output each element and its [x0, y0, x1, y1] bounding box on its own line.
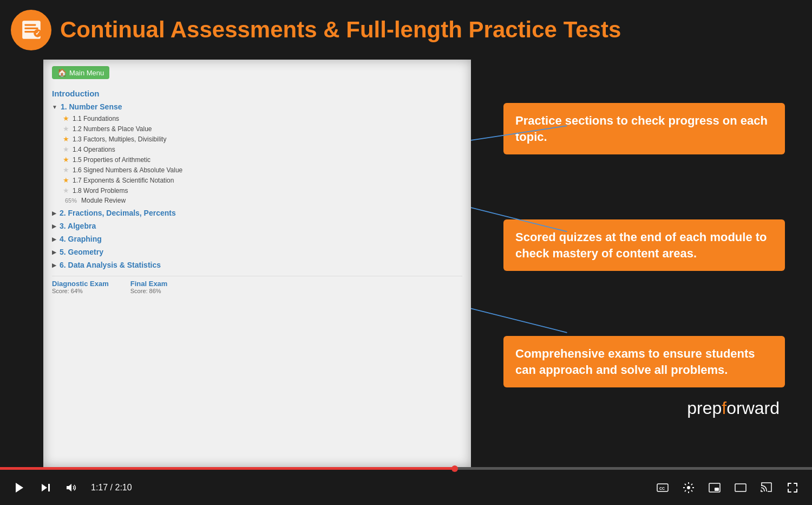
header-icon: ✓ [11, 10, 51, 50]
svg-marker-12 [67, 484, 71, 491]
star-grey-icon: ★ [63, 145, 69, 153]
list-item[interactable]: ★ 1.5 Properties of Arithmetic [63, 154, 462, 165]
callout-box-3: Comprehensive exams to ensure students c… [503, 336, 785, 387]
page-title: Continual Assessments & Full-length Prac… [60, 17, 621, 43]
screenshot-inner: 🏠 Main Menu Introduction ▼ 1. Number Sen… [43, 60, 471, 467]
expand-arrow: ▼ [52, 104, 57, 110]
assessment-icon: ✓ [20, 18, 43, 41]
list-item[interactable]: ★ 1.8 Word Problems [63, 185, 462, 196]
fullscreen-button[interactable] [784, 479, 801, 496]
svg-rect-18 [735, 484, 746, 491]
svg-marker-10 [42, 484, 47, 491]
diagnostic-exam[interactable]: Diagnostic Exam Score: 64% [52, 280, 109, 294]
main-menu-button[interactable]: 🏠 Main Menu [52, 66, 109, 79]
module4[interactable]: ▶ 4. Graphing [52, 232, 462, 245]
sub-item-label: 1.4 Operations [73, 146, 115, 153]
bottom-right: Comprehensive exams to ensure students c… [503, 336, 796, 424]
callout-box-1: Practice sections to check progress on e… [503, 103, 785, 154]
miniplayer-icon [708, 481, 721, 494]
sub-item-label: 1.2 Numbers & Place Value [73, 125, 152, 133]
sub-item-label: 1.8 Word Problems [73, 187, 128, 195]
home-icon: 🏠 [57, 68, 67, 77]
star-grey-icon: ★ [63, 166, 69, 174]
brand-highlight: f [722, 398, 726, 418]
play-button[interactable] [11, 479, 28, 496]
sub-item-label: 1.5 Properties of Arithmetic [73, 156, 150, 164]
callout-box-2: Scored quizzes at the end of each module… [503, 219, 785, 271]
volume-button[interactable] [63, 479, 80, 496]
expand-arrow: ▶ [52, 249, 56, 255]
expand-arrow: ▶ [52, 210, 56, 216]
svg-rect-2 [24, 28, 38, 29]
sub-item-label: 1.1 Foundations [73, 115, 119, 122]
exams-row: Diagnostic Exam Score: 64% Final Exam Sc… [52, 276, 462, 294]
svg-point-15 [687, 486, 690, 489]
theater-icon [734, 481, 747, 494]
star-icon: ★ [63, 114, 69, 122]
callout-text-1: Practice sections to check progress on e… [515, 113, 773, 145]
final-score: Score: 86% [130, 288, 168, 294]
list-item[interactable]: ★ 1.3 Factors, Multiples, Divisibility [63, 134, 462, 144]
skip-icon [39, 481, 52, 494]
module3[interactable]: ▶ 3. Algebra [52, 219, 462, 232]
brand-prefix: prep [687, 398, 722, 418]
review-label: Module Review [81, 197, 126, 204]
callout-text-3: Comprehensive exams to ensure students c… [515, 346, 773, 378]
right-panel: Practice sections to check progress on e… [471, 60, 812, 467]
module2[interactable]: ▶ 2. Fractions, Decimals, Percents [52, 206, 462, 219]
sub-item-label: 1.7 Exponents & Scientific Notation [73, 177, 174, 184]
module-review[interactable]: 65% Module Review [63, 197, 462, 204]
theater-button[interactable] [732, 479, 749, 496]
brand-logo: prepforward [687, 398, 780, 418]
star-grey-icon: ★ [63, 125, 69, 133]
intro-heading: Introduction [52, 89, 462, 98]
gear-icon [682, 481, 695, 494]
list-item[interactable]: ★ 1.4 Operations [63, 144, 462, 154]
star-grey-icon: ★ [63, 186, 69, 195]
module6[interactable]: ▶ 6. Data Analysis & Statistics [52, 258, 462, 271]
cast-icon [760, 481, 773, 494]
module1-title[interactable]: ▼ 1. Number Sense [52, 102, 462, 111]
miniplayer-button[interactable] [706, 479, 723, 496]
list-item[interactable]: ★ 1.2 Numbers & Place Value [63, 124, 462, 134]
final-label: Final Exam [130, 280, 168, 288]
list-item[interactable]: ★ 1.7 Exponents & Scientific Notation [63, 175, 462, 185]
time-display: 1:17 / 2:10 [91, 483, 132, 493]
diagnostic-score: Score: 64% [52, 288, 109, 294]
callout-text-2: Scored quizzes at the end of each module… [515, 229, 773, 261]
svg-marker-9 [16, 483, 23, 493]
expand-arrow: ▶ [52, 236, 56, 242]
svg-rect-3 [24, 31, 35, 33]
expand-arrow: ▶ [52, 223, 56, 229]
review-score: 65% [65, 197, 77, 204]
brand-area: prepforward [503, 398, 796, 424]
svg-rect-11 [48, 484, 50, 491]
progress-fill [0, 467, 455, 470]
fullscreen-icon [786, 481, 799, 494]
sub-item-label: 1.6 Signed Numbers & Absolute Value [73, 166, 182, 174]
header-bar: ✓ Continual Assessments & Full-length Pr… [0, 0, 812, 60]
svg-rect-17 [715, 488, 719, 491]
progress-bar[interactable] [0, 467, 812, 470]
star-icon: ★ [63, 176, 69, 184]
module5[interactable]: ▶ 5. Geometry [52, 245, 462, 258]
list-item[interactable]: ★ 1.6 Signed Numbers & Absolute Value [63, 165, 462, 175]
settings-button[interactable] [680, 479, 697, 496]
svg-text:CC: CC [659, 487, 665, 490]
skip-button[interactable] [37, 479, 54, 496]
module1-subitems: ★ 1.1 Foundations ★ 1.2 Numbers & Place … [63, 113, 462, 204]
final-exam[interactable]: Final Exam Score: 86% [130, 280, 168, 294]
controls-bar: 1:17 / 2:10 CC [0, 467, 812, 505]
svg-text:✓: ✓ [35, 30, 40, 37]
captions-icon: CC [656, 481, 669, 494]
star-icon: ★ [63, 156, 69, 164]
diagnostic-label: Diagnostic Exam [52, 280, 109, 288]
cast-button[interactable] [758, 479, 775, 496]
main-content: 🏠 Main Menu Introduction ▼ 1. Number Sen… [0, 60, 812, 467]
star-icon: ★ [63, 135, 69, 143]
list-item[interactable]: ★ 1.1 Foundations [63, 113, 462, 124]
captions-button[interactable]: CC [654, 479, 671, 496]
play-icon [13, 481, 26, 494]
volume-icon [65, 481, 78, 494]
screenshot-panel: 🏠 Main Menu Introduction ▼ 1. Number Sen… [43, 60, 471, 467]
